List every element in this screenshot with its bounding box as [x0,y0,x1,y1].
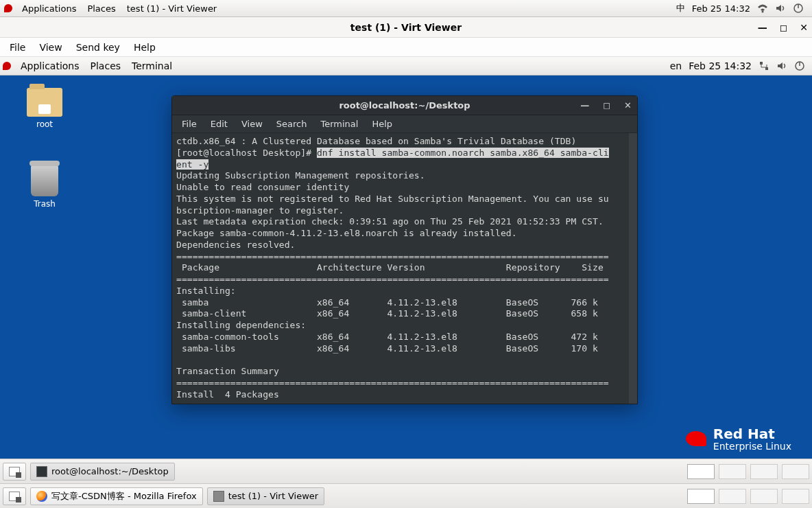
host-active-app[interactable]: test (1) - Virt Viewer [121,3,222,14]
term-menu-help[interactable]: Help [365,119,399,129]
host-menu-places[interactable]: Places [82,3,121,14]
terminal-line: Installing dependencies: [176,320,306,330]
vm-datetime[interactable]: Feb 25 14:32 [689,60,752,71]
folder-icon [27,88,62,117]
tray-slot [719,489,746,504]
vm-menu-places[interactable]: Places [85,60,127,71]
desktop-icon-label: root [21,119,69,129]
terminal-line: Install 4 Packages [176,389,279,400]
host-ime-indicator[interactable]: 中 [676,2,685,14]
virt-viewer-icon [213,491,224,502]
vm-menu-applications[interactable]: Applications [15,60,85,71]
tray-slot [719,464,746,479]
vm-taskbar: root@localhost:~/Desktop [0,459,812,483]
term-menu-view[interactable]: View [235,119,270,129]
terminal-command: dnf install samba-common.noarch samba.x8… [317,148,609,158]
desktop-icon-trash[interactable]: Trash [21,165,69,209]
volume-icon[interactable] [775,3,786,14]
power-icon[interactable] [793,3,804,14]
workspace-switcher[interactable] [3,463,26,481]
terminal-close-button[interactable]: ✕ [624,100,632,111]
fedora-icon [3,62,11,70]
vm-top-panel: Applications Places Terminal en Feb 25 1… [0,57,812,76]
vv-menu-file[interactable]: File [3,42,32,53]
window-title: test (1) - Virt Viewer [350,22,462,33]
terminal-line: Updating Subscription Management reposit… [176,170,425,181]
term-menu-file[interactable]: File [175,119,204,129]
tray-slot [750,464,778,479]
term-menu-edit[interactable]: Edit [204,119,235,129]
taskbar-item-virt-viewer[interactable]: test (1) - Virt Viewer [207,487,324,505]
redhat-text-2: Enterprise Linux [713,441,791,452]
svg-rect-3 [760,62,763,65]
terminal-maximize-button[interactable]: ◻ [603,100,610,111]
workspace-switcher[interactable] [3,487,26,505]
svg-rect-4 [765,67,768,70]
host-top-panel: Applications Places test (1) - Virt View… [0,0,812,17]
vm-menu-terminal[interactable]: Terminal [126,60,178,71]
redhat-logo: Red Hat Enterprise Linux [686,426,791,452]
terminal-line: samba x86_64 4.11.2-13.el8 BaseOS 766 k [176,297,598,308]
vv-menu-view[interactable]: View [32,42,69,53]
terminal-output[interactable]: ctdb.x86_64 : A Clustered Database based… [172,133,637,404]
term-menu-terminal[interactable]: Terminal [313,119,365,129]
terminal-line: Package samba-common-4.11.2-13.el8.noarc… [176,228,517,238]
host-taskbar: 写文章-CSDN博客 - Mozilla Firefox test (1) - … [0,483,812,508]
terminal-line: Unable to read consumer identity [176,182,349,192]
maximize-button[interactable]: ◻ [780,22,788,33]
terminal-line: Last metadata expiration check: 0:39:51 … [176,216,604,227]
power-icon[interactable] [794,60,805,71]
vv-menu-sendkey[interactable]: Send key [69,42,127,53]
terminal-line: ========================================… [176,251,609,262]
terminal-line: samba-common-tools x86_64 4.11.2-13.el8 … [176,332,598,342]
host-menu-applications[interactable]: Applications [16,3,82,14]
virt-viewer-menubar: File View Send key Help [0,38,812,57]
tray-indicator[interactable] [687,464,715,479]
terminal-line: samba-client x86_64 4.11.2-13.el8 BaseOS… [176,308,598,319]
tray-slot [750,489,778,504]
close-button[interactable]: ✕ [800,22,808,33]
terminal-icon [36,466,47,477]
vm-desktop[interactable]: root Trash root@localhost:~/Desktop — ◻ … [0,76,812,459]
terminal-line: This system is not registered to Red Hat… [176,194,609,204]
vv-menu-help[interactable]: Help [127,42,163,53]
terminal-line: samba-libs x86_64 4.11.2-13.el8 BaseOS 1… [176,343,598,354]
terminal-line: Dependencies resolved. [176,240,295,250]
terminal-titlebar[interactable]: root@localhost:~/Desktop — ◻ ✕ [172,96,637,115]
terminal-scrollbar[interactable] [629,133,637,404]
taskbar-item-terminal[interactable]: root@localhost:~/Desktop [30,463,175,481]
terminal-title: root@localhost:~/Desktop [339,100,470,111]
redhat-hat-icon [686,431,706,446]
firefox-icon [36,491,47,502]
terminal-line: ctdb.x86_64 : A Clustered Database based… [176,136,576,146]
taskbar-item-label: root@localhost:~/Desktop [51,466,169,476]
desktop-icon-root[interactable]: root [21,88,69,129]
tray-indicator[interactable] [687,489,715,504]
virt-viewer-titlebar[interactable]: test (1) - Virt Viewer — ◻ ✕ [0,17,812,38]
volume-icon[interactable] [776,60,787,71]
terminal-command: ent -y [176,159,208,170]
terminal-line: ========================================… [176,378,609,388]
host-datetime[interactable]: Feb 25 14:32 [692,3,750,14]
terminal-line: ========================================… [176,274,609,284]
minimize-button[interactable]: — [758,22,767,33]
terminal-line: Installing: [176,286,236,296]
terminal-window[interactable]: root@localhost:~/Desktop — ◻ ✕ File Edit… [171,95,638,404]
terminal-menubar: File Edit View Search Terminal Help [172,115,637,133]
terminal-minimize-button[interactable]: — [580,100,589,111]
vm-lang-indicator[interactable]: en [670,60,682,71]
taskbar-item-firefox[interactable]: 写文章-CSDN博客 - Mozilla Firefox [30,487,203,505]
tray-slot [782,464,809,479]
terminal-prompt: [root@localhost Desktop]# [176,148,317,158]
redhat-text-1: Red Hat [713,426,791,441]
tray-slot [782,489,809,504]
trash-icon [31,165,58,196]
terminal-line: Package Architecture Version Repository … [176,262,604,273]
terminal-line: bscription-manager to register. [176,205,344,216]
term-menu-search[interactable]: Search [270,119,314,129]
fedora-icon [4,4,12,12]
network-icon[interactable] [759,60,769,71]
svg-point-0 [762,11,764,13]
taskbar-item-label: 写文章-CSDN博客 - Mozilla Firefox [51,490,197,503]
wifi-icon[interactable] [757,3,768,14]
